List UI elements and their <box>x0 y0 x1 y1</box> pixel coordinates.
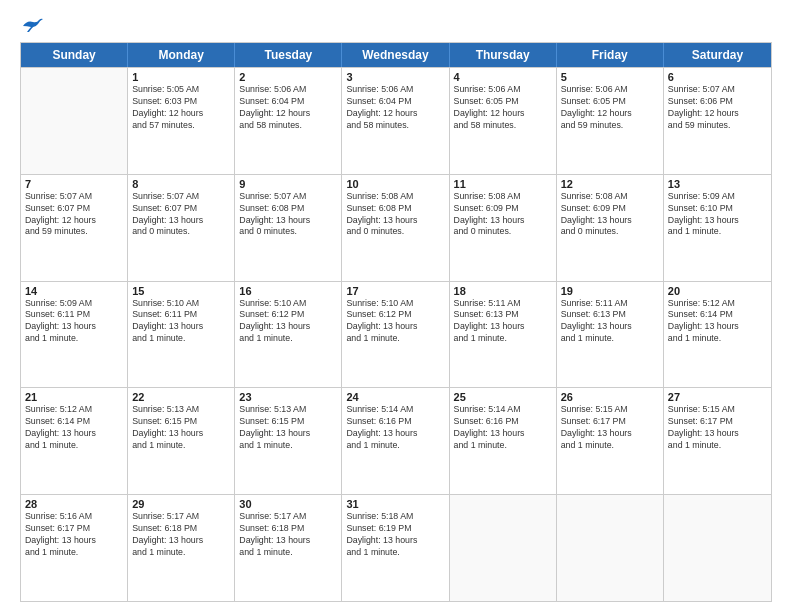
day-number: 23 <box>239 391 337 403</box>
day-info: Sunrise: 5:10 AM Sunset: 6:11 PM Dayligh… <box>132 298 230 346</box>
day-number: 1 <box>132 71 230 83</box>
calendar-cell: 20Sunrise: 5:12 AM Sunset: 6:14 PM Dayli… <box>664 282 771 388</box>
calendar-cell: 26Sunrise: 5:15 AM Sunset: 6:17 PM Dayli… <box>557 388 664 494</box>
calendar-row-0: 1Sunrise: 5:05 AM Sunset: 6:03 PM Daylig… <box>21 67 771 174</box>
calendar-cell: 29Sunrise: 5:17 AM Sunset: 6:18 PM Dayli… <box>128 495 235 601</box>
day-info: Sunrise: 5:08 AM Sunset: 6:09 PM Dayligh… <box>454 191 552 239</box>
calendar-cell: 3Sunrise: 5:06 AM Sunset: 6:04 PM Daylig… <box>342 68 449 174</box>
day-number: 31 <box>346 498 444 510</box>
calendar-cell: 27Sunrise: 5:15 AM Sunset: 6:17 PM Dayli… <box>664 388 771 494</box>
day-info: Sunrise: 5:16 AM Sunset: 6:17 PM Dayligh… <box>25 511 123 559</box>
day-number: 14 <box>25 285 123 297</box>
day-number: 20 <box>668 285 767 297</box>
calendar-cell: 31Sunrise: 5:18 AM Sunset: 6:19 PM Dayli… <box>342 495 449 601</box>
day-info: Sunrise: 5:09 AM Sunset: 6:10 PM Dayligh… <box>668 191 767 239</box>
calendar-cell: 1Sunrise: 5:05 AM Sunset: 6:03 PM Daylig… <box>128 68 235 174</box>
header-day-wednesday: Wednesday <box>342 43 449 67</box>
day-number: 13 <box>668 178 767 190</box>
logo <box>20 18 43 34</box>
calendar-cell <box>557 495 664 601</box>
calendar-cell: 15Sunrise: 5:10 AM Sunset: 6:11 PM Dayli… <box>128 282 235 388</box>
day-number: 4 <box>454 71 552 83</box>
calendar-cell: 9Sunrise: 5:07 AM Sunset: 6:08 PM Daylig… <box>235 175 342 281</box>
day-info: Sunrise: 5:11 AM Sunset: 6:13 PM Dayligh… <box>454 298 552 346</box>
calendar-cell: 11Sunrise: 5:08 AM Sunset: 6:09 PM Dayli… <box>450 175 557 281</box>
day-info: Sunrise: 5:06 AM Sunset: 6:05 PM Dayligh… <box>561 84 659 132</box>
calendar-header: SundayMondayTuesdayWednesdayThursdayFrid… <box>21 43 771 67</box>
calendar-row-2: 14Sunrise: 5:09 AM Sunset: 6:11 PM Dayli… <box>21 281 771 388</box>
day-number: 8 <box>132 178 230 190</box>
calendar-cell: 18Sunrise: 5:11 AM Sunset: 6:13 PM Dayli… <box>450 282 557 388</box>
calendar-cell <box>664 495 771 601</box>
day-number: 28 <box>25 498 123 510</box>
calendar-row-3: 21Sunrise: 5:12 AM Sunset: 6:14 PM Dayli… <box>21 387 771 494</box>
calendar-cell: 6Sunrise: 5:07 AM Sunset: 6:06 PM Daylig… <box>664 68 771 174</box>
day-number: 11 <box>454 178 552 190</box>
day-number: 24 <box>346 391 444 403</box>
day-number: 26 <box>561 391 659 403</box>
calendar-cell <box>21 68 128 174</box>
day-info: Sunrise: 5:06 AM Sunset: 6:05 PM Dayligh… <box>454 84 552 132</box>
day-info: Sunrise: 5:14 AM Sunset: 6:16 PM Dayligh… <box>454 404 552 452</box>
day-number: 12 <box>561 178 659 190</box>
day-number: 22 <box>132 391 230 403</box>
day-number: 7 <box>25 178 123 190</box>
day-number: 29 <box>132 498 230 510</box>
day-info: Sunrise: 5:07 AM Sunset: 6:07 PM Dayligh… <box>25 191 123 239</box>
day-number: 18 <box>454 285 552 297</box>
day-number: 10 <box>346 178 444 190</box>
calendar-cell: 12Sunrise: 5:08 AM Sunset: 6:09 PM Dayli… <box>557 175 664 281</box>
day-info: Sunrise: 5:09 AM Sunset: 6:11 PM Dayligh… <box>25 298 123 346</box>
day-number: 2 <box>239 71 337 83</box>
calendar-cell: 19Sunrise: 5:11 AM Sunset: 6:13 PM Dayli… <box>557 282 664 388</box>
header-day-friday: Friday <box>557 43 664 67</box>
calendar-cell: 30Sunrise: 5:17 AM Sunset: 6:18 PM Dayli… <box>235 495 342 601</box>
calendar-cell: 24Sunrise: 5:14 AM Sunset: 6:16 PM Dayli… <box>342 388 449 494</box>
calendar-cell: 8Sunrise: 5:07 AM Sunset: 6:07 PM Daylig… <box>128 175 235 281</box>
calendar-cell: 21Sunrise: 5:12 AM Sunset: 6:14 PM Dayli… <box>21 388 128 494</box>
day-number: 21 <box>25 391 123 403</box>
day-info: Sunrise: 5:06 AM Sunset: 6:04 PM Dayligh… <box>239 84 337 132</box>
calendar-cell: 2Sunrise: 5:06 AM Sunset: 6:04 PM Daylig… <box>235 68 342 174</box>
calendar-cell <box>450 495 557 601</box>
calendar-cell: 17Sunrise: 5:10 AM Sunset: 6:12 PM Dayli… <box>342 282 449 388</box>
day-info: Sunrise: 5:08 AM Sunset: 6:08 PM Dayligh… <box>346 191 444 239</box>
day-info: Sunrise: 5:10 AM Sunset: 6:12 PM Dayligh… <box>239 298 337 346</box>
day-info: Sunrise: 5:08 AM Sunset: 6:09 PM Dayligh… <box>561 191 659 239</box>
calendar-cell: 16Sunrise: 5:10 AM Sunset: 6:12 PM Dayli… <box>235 282 342 388</box>
day-info: Sunrise: 5:17 AM Sunset: 6:18 PM Dayligh… <box>132 511 230 559</box>
calendar-cell: 5Sunrise: 5:06 AM Sunset: 6:05 PM Daylig… <box>557 68 664 174</box>
day-number: 16 <box>239 285 337 297</box>
day-info: Sunrise: 5:15 AM Sunset: 6:17 PM Dayligh… <box>668 404 767 452</box>
day-info: Sunrise: 5:11 AM Sunset: 6:13 PM Dayligh… <box>561 298 659 346</box>
header-day-thursday: Thursday <box>450 43 557 67</box>
day-number: 17 <box>346 285 444 297</box>
day-info: Sunrise: 5:17 AM Sunset: 6:18 PM Dayligh… <box>239 511 337 559</box>
day-number: 30 <box>239 498 337 510</box>
day-number: 19 <box>561 285 659 297</box>
day-info: Sunrise: 5:13 AM Sunset: 6:15 PM Dayligh… <box>239 404 337 452</box>
logo-bird-icon <box>21 18 43 34</box>
calendar-cell: 10Sunrise: 5:08 AM Sunset: 6:08 PM Dayli… <box>342 175 449 281</box>
day-number: 6 <box>668 71 767 83</box>
calendar-cell: 22Sunrise: 5:13 AM Sunset: 6:15 PM Dayli… <box>128 388 235 494</box>
header-day-tuesday: Tuesday <box>235 43 342 67</box>
calendar: SundayMondayTuesdayWednesdayThursdayFrid… <box>20 42 772 602</box>
header-day-monday: Monday <box>128 43 235 67</box>
day-info: Sunrise: 5:12 AM Sunset: 6:14 PM Dayligh… <box>668 298 767 346</box>
calendar-body: 1Sunrise: 5:05 AM Sunset: 6:03 PM Daylig… <box>21 67 771 601</box>
day-number: 25 <box>454 391 552 403</box>
day-info: Sunrise: 5:13 AM Sunset: 6:15 PM Dayligh… <box>132 404 230 452</box>
day-number: 15 <box>132 285 230 297</box>
day-info: Sunrise: 5:07 AM Sunset: 6:06 PM Dayligh… <box>668 84 767 132</box>
day-info: Sunrise: 5:05 AM Sunset: 6:03 PM Dayligh… <box>132 84 230 132</box>
calendar-cell: 28Sunrise: 5:16 AM Sunset: 6:17 PM Dayli… <box>21 495 128 601</box>
day-info: Sunrise: 5:14 AM Sunset: 6:16 PM Dayligh… <box>346 404 444 452</box>
day-info: Sunrise: 5:10 AM Sunset: 6:12 PM Dayligh… <box>346 298 444 346</box>
calendar-cell: 13Sunrise: 5:09 AM Sunset: 6:10 PM Dayli… <box>664 175 771 281</box>
day-number: 27 <box>668 391 767 403</box>
day-number: 5 <box>561 71 659 83</box>
calendar-cell: 4Sunrise: 5:06 AM Sunset: 6:05 PM Daylig… <box>450 68 557 174</box>
calendar-cell: 7Sunrise: 5:07 AM Sunset: 6:07 PM Daylig… <box>21 175 128 281</box>
calendar-cell: 23Sunrise: 5:13 AM Sunset: 6:15 PM Dayli… <box>235 388 342 494</box>
